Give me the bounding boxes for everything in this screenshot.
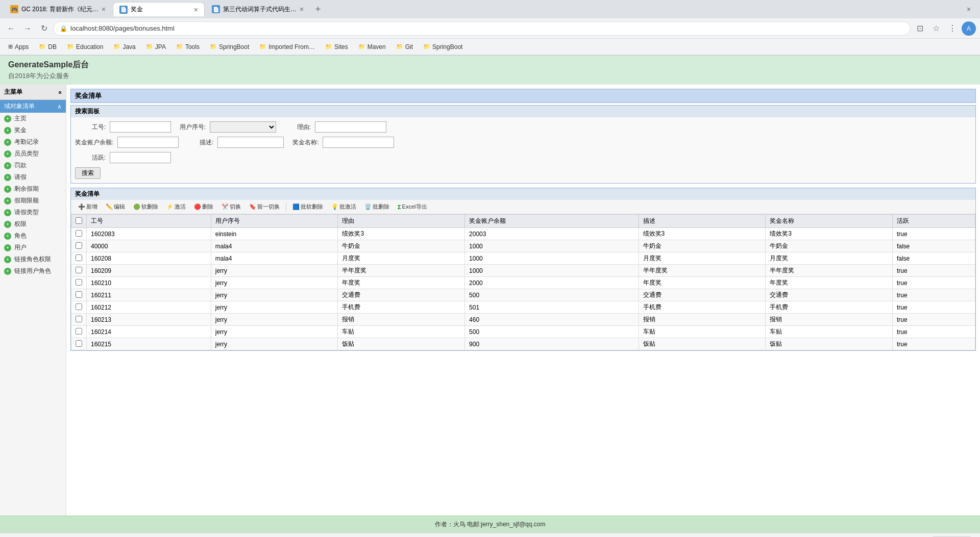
sidebar-item-leave[interactable]: + 请假 [0, 171, 66, 183]
bookmark-education[interactable]: 📁 Education [63, 42, 107, 52]
worker-id-input[interactable] [110, 121, 171, 133]
cell-name-6: 手机费 [766, 301, 893, 314]
user-seq-select[interactable] [210, 121, 276, 133]
activate-label: 激活 [175, 203, 186, 211]
sidebar-item-penalty[interactable]: + 罚款 [0, 160, 66, 171]
app-subtitle: 自2018年为公众服务 [8, 71, 972, 81]
reason-input[interactable] [315, 121, 386, 133]
sidebar-section-caret: ∧ [57, 103, 62, 110]
bookmark-springboot1[interactable]: 📁 SpringBoot [206, 42, 253, 52]
table-row[interactable]: 160211 jerry 交通费 500 交通费 交通费 true [71, 289, 975, 301]
cell-name-0: 绩效奖3 [766, 228, 893, 240]
bonus-name-input[interactable] [323, 137, 394, 148]
table-row[interactable]: 160215 jerry 饭贴 900 饭贴 饭贴 true [71, 338, 975, 350]
tab-3-close[interactable]: × [300, 5, 304, 13]
search-button[interactable]: 搜索 [75, 167, 101, 179]
bookmark-java[interactable]: 📁 Java [109, 42, 139, 52]
table-row[interactable]: 160212 jerry 手机费 501 手机费 手机费 true [71, 301, 975, 314]
activate-button[interactable]: ⚡ 激活 [163, 202, 189, 212]
menu-button[interactable]: ⋮ [945, 21, 960, 36]
sidebar-collapse-icon[interactable]: « [58, 89, 62, 96]
batch-activate-button[interactable]: 💡 批激活 [328, 202, 359, 212]
table-row[interactable]: 160208 mala4 月度奖 1000 月度奖 月度奖 false [71, 252, 975, 265]
bookmark-tools-label: Tools [185, 43, 200, 50]
sidebar-item-link-user-role[interactable]: + 链接用户角色 [0, 265, 66, 277]
table-row[interactable]: 160210 jerry 年度奖 2000 年度奖 年度奖 true [71, 277, 975, 289]
excel-export-button[interactable]: Σ Excel导出 [395, 202, 430, 212]
extensions-button[interactable]: ⊡ [913, 21, 927, 36]
batch-soft-delete-button[interactable]: 🟦 批软删除 [289, 202, 326, 212]
keep-one-toggle-button[interactable]: 🔖 留一切换 [246, 202, 283, 212]
cell-desc-1: 牛奶金 [639, 240, 766, 252]
delete-button[interactable]: 🔴 删除 [191, 202, 216, 212]
bookmark-sites[interactable]: 📁 Sites [321, 42, 352, 52]
select-all-checkbox[interactable] [76, 217, 82, 224]
sidebar-item-employee-type[interactable]: + 员员类型 [0, 148, 66, 160]
bookmark-imported[interactable]: 📁 Imported From… [255, 42, 319, 52]
sidebar-item-attendance[interactable]: + 考勤记录 [0, 136, 66, 148]
toggle-button[interactable]: ✂️ 切换 [218, 202, 244, 212]
row-checkbox-2[interactable] [76, 254, 82, 261]
sidebar-section-domain[interactable]: 域对象清单 ∧ [0, 100, 66, 113]
sidebar-item-user[interactable]: + 用户 [0, 242, 66, 253]
cell-balance-6: 501 [465, 301, 639, 314]
soft-delete-button[interactable]: 🟢 软删除 [130, 202, 161, 212]
row-checkbox-4[interactable] [76, 279, 82, 286]
address-bar[interactable]: 🔒 localhost:8080/pages/bonuses.html [53, 21, 911, 36]
sidebar-item-remaining-leave[interactable]: + 剩余假期 [0, 183, 66, 195]
sidebar-item-leave-type[interactable]: + 请假类型 [0, 207, 66, 218]
table-row[interactable]: 40000 mala4 牛奶金 1000 牛奶金 牛奶金 false [71, 240, 975, 252]
cell-active-8: true [892, 326, 975, 338]
bookmark-tools[interactable]: 📁 Tools [172, 42, 204, 52]
sidebar-item-role[interactable]: + 角色 [0, 230, 66, 242]
cell-name-8: 车贴 [766, 326, 893, 338]
row-checkbox-0[interactable] [76, 230, 82, 237]
bookmark-db[interactable]: 📁 DB [35, 42, 61, 52]
row-checkbox-1[interactable] [76, 242, 82, 249]
table-row[interactable]: 160213 jerry 报销 460 报销 报销 true [71, 314, 975, 326]
row-checkbox-6[interactable] [76, 303, 82, 310]
profile-button[interactable]: A [962, 21, 976, 36]
bookmark-maven[interactable]: 📁 Maven [354, 42, 390, 52]
bookmark-button[interactable]: ☆ [929, 21, 943, 36]
table-row[interactable]: 160209 jerry 半年度奖 1000 半年度奖 半年度奖 true [71, 265, 975, 277]
tab-3[interactable]: 📄 第三代动词算子式代码生… × [206, 2, 310, 16]
row-checkbox-5[interactable] [76, 291, 82, 298]
tab-1[interactable]: 🎮 GC 2018: 育碧新作《纪元… × [4, 2, 112, 16]
row-checkbox-7[interactable] [76, 316, 82, 322]
back-button[interactable]: ← [4, 21, 18, 36]
row-checkbox-9[interactable] [76, 340, 82, 347]
soft-delete-label: 软删除 [141, 203, 158, 211]
bookmark-apps[interactable]: ⊞ Apps [4, 42, 33, 52]
sidebar-item-link-role-permission[interactable]: + 链接角色权限 [0, 253, 66, 265]
add-button[interactable]: ➕ 新增 [75, 202, 101, 212]
table-row[interactable]: 1602083 einstein 绩效奖3 20003 绩效奖3 绩效奖3 tr… [71, 228, 975, 240]
forward-button[interactable]: → [20, 21, 35, 36]
cell-balance-1: 1000 [465, 240, 639, 252]
close-window-button[interactable]: × [962, 2, 976, 16]
sidebar-item-leave-quota[interactable]: + 假期限额 [0, 195, 66, 207]
bookmark-springboot1-label: SpringBoot [219, 43, 249, 50]
bookmark-springboot2[interactable]: 📁 SpringBoot [419, 42, 467, 52]
sidebar-item-role-label: 角色 [14, 232, 27, 240]
sidebar-item-bonus[interactable]: + 奖金 [0, 124, 66, 136]
active-input[interactable] [110, 152, 171, 163]
new-tab-button[interactable]: + [311, 2, 325, 16]
sidebar-item-permission[interactable]: + 权限 [0, 218, 66, 230]
table-row[interactable]: 160214 jerry 车贴 500 车贴 车贴 true [71, 326, 975, 338]
description-input[interactable] [217, 137, 284, 148]
bookmark-jpa[interactable]: 📁 JPA [142, 42, 170, 52]
sidebar-item-homepage[interactable]: + 主页 [0, 113, 66, 124]
tab-2[interactable]: 📄 奖金 × [113, 2, 205, 16]
tab-2-close[interactable]: × [194, 6, 198, 14]
row-checkbox-3[interactable] [76, 267, 82, 273]
balance-input[interactable] [117, 137, 179, 148]
edit-button[interactable]: ✏️ 编辑 [103, 202, 128, 212]
download-bar: 📄 GenerateSamp....zip ∧ 📄 GenerateSamp..… [0, 533, 980, 537]
bookmark-git[interactable]: 📁 Git [392, 42, 417, 52]
select-all-header[interactable] [71, 215, 87, 228]
reload-button[interactable]: ↻ [37, 21, 51, 36]
batch-delete-button[interactable]: 🗑️ 批删除 [361, 202, 393, 212]
tab-1-close[interactable]: × [102, 5, 106, 13]
row-checkbox-8[interactable] [76, 328, 82, 335]
